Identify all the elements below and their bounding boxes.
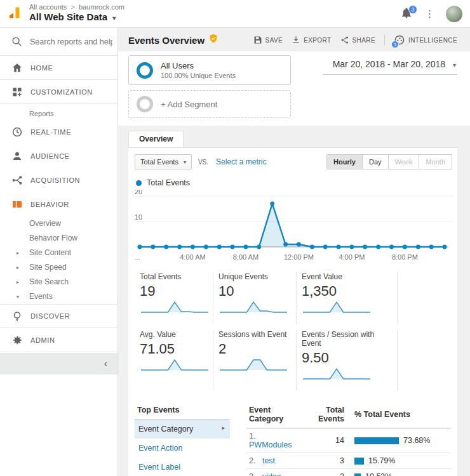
pct-bar [354, 458, 364, 465]
scorecard-avg-value[interactable]: Avg. Value 71.05 [135, 330, 213, 390]
sidebar-subitem-overview[interactable]: Overview [0, 216, 117, 231]
add-segment-button[interactable]: + Add Segment [128, 90, 291, 118]
intelligence-button[interactable]: 3 INTELLIGENCE [394, 34, 457, 46]
sidebar-item-label: BEHAVIOR [30, 201, 69, 208]
event-category-link[interactable]: PWModules [249, 440, 292, 449]
svg-text:10: 10 [135, 213, 142, 221]
sidebar-item-label: AUDIENCE [30, 152, 70, 160]
gear-icon [11, 334, 23, 346]
sidebar-item-audience[interactable]: AUDIENCE [0, 144, 117, 168]
menu-item-event-label[interactable]: Event Label [135, 458, 230, 476]
col-pct-total-events[interactable]: % Total Events [344, 406, 451, 423]
sidebar-subitem-site-content[interactable]: ▸ Site Content [0, 246, 117, 260]
intelligence-badge: 3 [391, 41, 399, 48]
granularity-day[interactable]: Day [362, 155, 388, 169]
intelligence-icon: 3 [394, 34, 405, 46]
svg-text:20: 20 [135, 190, 142, 195]
chevron-down-icon: ▾ [112, 15, 116, 22]
behavior-icon [11, 199, 23, 210]
sidebar-collapse-bar[interactable]: ‹ [0, 353, 117, 374]
event-category-link[interactable]: test [262, 456, 275, 465]
segment-donut-icon [137, 96, 153, 112]
report-header: Events Overview SAVE [118, 28, 470, 51]
svg-text:...: ... [135, 253, 140, 261]
col-event-category[interactable]: Event Category [246, 406, 304, 423]
avatar[interactable] [446, 6, 462, 22]
col-total-events[interactable]: Total Events [304, 406, 344, 423]
app-bar-right: 3 ⋮ [401, 6, 462, 22]
sidebar-item-realtime[interactable]: REAL-TIME [0, 120, 117, 144]
sidebar-item-behavior[interactable]: BEHAVIOR [0, 192, 117, 216]
sidebar-item-label: REAL-TIME [30, 128, 71, 136]
scorecard-sessions-with-event[interactable]: Sessions with Event 2 [213, 330, 296, 390]
export-button[interactable]: EXPORT [292, 36, 331, 44]
granularity-week: Week [388, 155, 419, 169]
top-events-heading: Top Events [135, 403, 230, 420]
granularity-toggle: Hourly Day Week Month [326, 154, 452, 169]
timeseries-chart[interactable]: 10204:00 AM8:00 AM12:00 PM4:00 PM8:00 PM… [133, 188, 452, 263]
row-total: 2 [304, 472, 344, 476]
row-rank: 2. [249, 456, 255, 465]
share-button[interactable]: SHARE [340, 36, 375, 44]
scorecard-event-value[interactable]: Event Value 1,350 [296, 272, 398, 324]
metric-selector-dropdown[interactable]: Total Events ▾ [135, 154, 192, 169]
menu-item-event-action[interactable]: Event Action [135, 439, 230, 458]
tab-overview[interactable]: Overview [128, 131, 184, 147]
kebab-menu-button[interactable]: ⋮ [424, 8, 436, 20]
table-row: 1. PWModules 14 73.68% [246, 428, 451, 453]
menu-item-event-category[interactable]: Event Category ▸ [135, 420, 230, 439]
pct-label: 15.79% [368, 456, 395, 465]
notifications-badge: 3 [408, 5, 417, 14]
divider [384, 35, 385, 45]
home-icon [11, 62, 23, 74]
scorecard-unique-events[interactable]: Unique Events 10 [213, 272, 296, 324]
sidebar-subitem-site-speed[interactable]: ▸ Site Speed [0, 260, 117, 275]
expand-arrow-icon: ▸ [17, 260, 19, 275]
clock-icon [11, 126, 23, 138]
top-events-table: Event Category Total Events % Total Even… [246, 403, 451, 476]
property-selector[interactable]: All Web Site Data ▾ [29, 11, 124, 24]
sidebar-item-home[interactable]: HOME [0, 56, 117, 80]
svg-text:8:00 PM: 8:00 PM [392, 253, 418, 261]
row-rank: 3. [249, 472, 255, 476]
granularity-month: Month [419, 155, 452, 169]
breadcrumb-property[interactable]: baumrock.com [79, 3, 124, 11]
collapse-chevron-icon[interactable]: ‹ [104, 358, 107, 369]
sidebar-item-label: ACQUISITION [30, 176, 80, 184]
table-header-row: Event Category Total Events % Total Even… [246, 403, 451, 428]
date-range-picker[interactable]: Mar 20, 2018 - Mar 20, 2018 ▾ [323, 59, 457, 75]
search-icon [11, 36, 22, 47]
notifications-button[interactable]: 3 [401, 8, 413, 20]
save-icon [253, 36, 262, 44]
save-button[interactable]: SAVE [253, 36, 283, 44]
sidebar-subitem-behavior-flow[interactable]: Behavior Flow [0, 231, 117, 246]
segment-subtitle: 100.00% Unique Events [161, 72, 236, 79]
sidebar-item-label: DISCOVER [30, 312, 70, 320]
segment-all-users[interactable]: All Users 100.00% Unique Events [128, 55, 291, 85]
sidebar-subitem-site-search[interactable]: ▸ Site Search [0, 275, 117, 289]
event-category-link[interactable]: video [262, 472, 281, 476]
breadcrumb[interactable]: All accounts > baumrock.com [29, 3, 124, 11]
sidebar-subitem-events[interactable]: ▾ Events [0, 289, 117, 304]
analytics-logo-icon[interactable] [8, 6, 22, 22]
app-bar: All accounts > baumrock.com All Web Site… [0, 0, 470, 28]
pct-bar [354, 473, 361, 476]
table-row: 3. video 2 10.53% [246, 469, 451, 476]
sidebar-item-customization[interactable]: CUSTOMIZATION [0, 80, 117, 104]
scorecard-events-per-session[interactable]: Events / Session with Event 9.50 [296, 330, 398, 390]
sidebar-item-discover[interactable]: DISCOVER [0, 304, 117, 328]
scorecard-total-events[interactable]: Total Events 19 [135, 272, 213, 324]
sidebar-item-admin[interactable]: ADMIN [0, 328, 117, 352]
breadcrumb-account[interactable]: All accounts [29, 3, 67, 11]
search-input[interactable] [30, 37, 112, 46]
expand-arrow-icon: ▸ [17, 246, 19, 260]
main-content: Events Overview SAVE [118, 28, 470, 476]
sidebar-item-acquisition[interactable]: ACQUISITION [0, 168, 117, 192]
sidebar-search[interactable] [0, 28, 117, 56]
scorecards-row-1: Total Events 19 Unique Events 10 Event V… [133, 263, 452, 326]
lightbulb-icon [11, 310, 23, 322]
granularity-hourly[interactable]: Hourly [327, 155, 362, 169]
sidebar: HOME CUSTOMIZATION Reports REAL [0, 28, 118, 476]
select-metric-link[interactable]: Select a metric [216, 157, 266, 166]
vs-label: vs. [198, 159, 208, 166]
